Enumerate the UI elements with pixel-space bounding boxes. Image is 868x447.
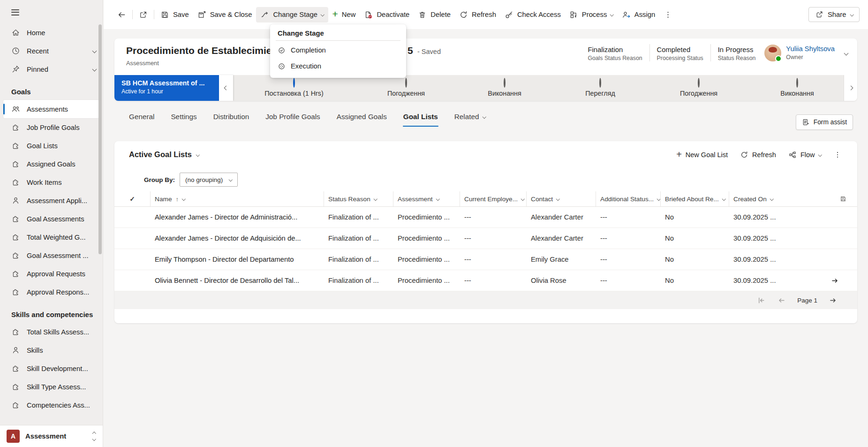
hamburger-menu-button[interactable] <box>0 0 103 20</box>
sidebar-item-approval-responses[interactable]: Approval Respons... <box>0 283 103 301</box>
open-record-button[interactable] <box>795 276 857 285</box>
sidebar-nav: Home Recent Pinned Goals Assessments Job… <box>0 20 103 425</box>
sidebar-item-total-skills-assessment[interactable]: Total Skills Assess... <box>0 323 103 341</box>
bpf-stage-6[interactable]: Виконання <box>743 79 851 97</box>
column-header-name[interactable]: Name ↑ <box>151 191 324 206</box>
new-button[interactable]: + New <box>328 8 360 22</box>
change-stage-button[interactable]: Change Stage <box>256 7 328 23</box>
cell-name[interactable]: Emily Thompson - Director del Departamen… <box>151 256 324 263</box>
assign-button[interactable]: Assign <box>618 7 659 23</box>
stage-label: Перегляд <box>546 90 654 97</box>
cell-created-on: 30.09.2025 ... <box>729 213 795 221</box>
sidebar-item-skill-development[interactable]: Skill Development... <box>0 359 103 378</box>
table-row[interactable]: Alexander James - Director de Administra… <box>114 207 857 228</box>
area-switcher[interactable]: A Assessment <box>0 425 103 447</box>
tab-general[interactable]: General <box>128 108 155 127</box>
tab-settings[interactable]: Settings <box>170 108 197 127</box>
back-button[interactable] <box>113 7 130 23</box>
group-by-select[interactable]: (no grouping) <box>180 173 238 187</box>
column-header-briefed-about[interactable]: Briefed About Re... <box>661 191 729 206</box>
sidebar-item-assigned-goals[interactable]: Assigned Goals <box>0 155 103 173</box>
tab-goal-lists[interactable]: Goal Lists <box>403 108 438 127</box>
sidebar-scrollbar[interactable] <box>98 24 102 254</box>
deactivate-button[interactable]: Deactivate <box>360 7 414 23</box>
cell-name[interactable]: Olivia Bennett - Director de Desarrollo … <box>151 277 324 284</box>
sidebar-item-skills[interactable]: Skills <box>0 341 103 359</box>
new-goal-list-button[interactable]: + New Goal List <box>672 148 732 161</box>
share-button[interactable]: Share <box>808 7 860 22</box>
chevron-left-icon <box>224 86 228 91</box>
menu-title: Change Stage <box>270 26 406 40</box>
table-row[interactable]: Alexander James - Director de Adquisició… <box>114 228 857 249</box>
header-expand-chevron-icon[interactable] <box>844 51 849 56</box>
popout-icon <box>139 10 148 19</box>
column-label: Briefed About Re... <box>665 196 719 203</box>
app-window: Home Recent Pinned Goals Assessments Job… <box>0 0 868 447</box>
save-button[interactable]: Save <box>156 7 193 23</box>
cell-name[interactable]: Alexander James - Director de Adquisició… <box>151 235 324 242</box>
sidebar-item-goal-assessments[interactable]: Goal Assessments <box>0 210 103 228</box>
refresh-icon <box>459 10 468 19</box>
column-header-current-employee[interactable]: Current Employe... <box>460 191 527 206</box>
select-all-column-header[interactable]: ✓ <box>114 191 151 206</box>
stage-label: Погодження <box>352 90 460 97</box>
previous-page-button[interactable] <box>777 296 786 305</box>
column-header-additional-status[interactable]: Additional Status... <box>596 191 661 206</box>
subgrid-refresh-button[interactable]: Refresh <box>736 148 780 162</box>
bpf-stage-4[interactable]: Перегляд <box>546 79 654 97</box>
owner-name-link[interactable]: Yuliia Shyltsova <box>786 45 835 53</box>
bpf-collapse-button[interactable] <box>219 75 233 101</box>
sidebar-item-goal-lists[interactable]: Goal Lists <box>0 136 103 155</box>
save-and-close-button[interactable]: Save & Close <box>193 7 257 23</box>
cell-briefed-about: No <box>661 213 729 221</box>
people-icon <box>11 105 20 114</box>
more-commands-button[interactable] <box>659 7 677 23</box>
process-button[interactable]: Process <box>565 7 618 23</box>
sidebar-section-goals: Goals <box>0 78 103 100</box>
refresh-button[interactable]: Refresh <box>455 7 500 23</box>
column-header-created-on[interactable]: Created On <box>729 191 795 206</box>
sidebar-item-job-profile-goals[interactable]: Job Profile Goals <box>0 118 103 136</box>
tab-related[interactable]: Related <box>454 108 486 127</box>
subgrid-more-button[interactable] <box>829 148 846 162</box>
tab-job-profile-goals[interactable]: Job Profile Goals <box>265 108 320 127</box>
column-header-assessment[interactable]: Assessment <box>393 191 460 206</box>
sidebar-item-goal-assessment[interactable]: Goal Assessment ... <box>0 246 103 265</box>
flow-button[interactable]: Flow <box>784 148 825 162</box>
form-assist-button[interactable]: Form assist <box>796 114 853 130</box>
sidebar-item-assessment-applications[interactable]: Assessment Appli... <box>0 191 103 210</box>
column-header-contact[interactable]: Contact <box>527 191 596 206</box>
table-row[interactable]: Emily Thompson - Director del Departamen… <box>114 249 857 270</box>
table-row[interactable]: Olivia Bennett - Director de Desarrollo … <box>114 270 857 291</box>
bpf-stage-1[interactable]: Постановка (1 Hrs) <box>240 79 348 97</box>
sidebar-item-skill-type-assessment[interactable]: Skill Type Assess... <box>0 378 103 396</box>
sidebar-item-home[interactable]: Home <box>0 23 103 42</box>
view-selector[interactable]: Active Goal Lists <box>129 150 199 159</box>
sidebar-item-assessments[interactable]: Assessments <box>3 100 99 118</box>
bpf-active-stage-box[interactable]: SB HCM Assessment of ... Active for 1 ho… <box>114 75 219 101</box>
menu-item-label: Completion <box>291 46 326 54</box>
menu-item-execution[interactable]: Execution <box>270 58 406 74</box>
check-access-button[interactable]: Check Access <box>500 7 565 23</box>
sidebar-item-recent[interactable]: Recent <box>0 42 103 60</box>
menu-item-completion[interactable]: Completion <box>270 42 406 58</box>
tab-distribution[interactable]: Distribution <box>213 108 250 127</box>
new-label: New <box>342 11 356 18</box>
sidebar-item-approval-requests[interactable]: Approval Requests <box>0 265 103 283</box>
tab-assigned-goals[interactable]: Assigned Goals <box>336 108 387 127</box>
sidebar-item-work-items[interactable]: Work Items <box>0 173 103 191</box>
next-page-button[interactable] <box>829 296 838 305</box>
delete-button[interactable]: Delete <box>414 7 455 23</box>
bpf-stage-2[interactable]: Погодження <box>352 79 460 97</box>
open-in-new-window-button[interactable] <box>135 7 152 23</box>
bpf-stage-5[interactable]: Погодження <box>645 79 753 97</box>
puzzle-icon <box>11 288 20 296</box>
sidebar-item-pinned[interactable]: Pinned <box>0 60 103 78</box>
sidebar-item-total-weighted-goals[interactable]: Total Weighted G... <box>0 228 103 246</box>
cell-name[interactable]: Alexander James - Director de Administra… <box>151 213 324 221</box>
first-page-button[interactable] <box>757 296 766 305</box>
bpf-stage-3[interactable]: Виконання <box>451 79 559 97</box>
column-header-status-reason[interactable]: Status Reason <box>324 191 393 206</box>
sidebar-item-competencies-assessment[interactable]: Competencies Ass... <box>0 396 103 414</box>
grid-layout-save-button[interactable] <box>795 191 857 206</box>
